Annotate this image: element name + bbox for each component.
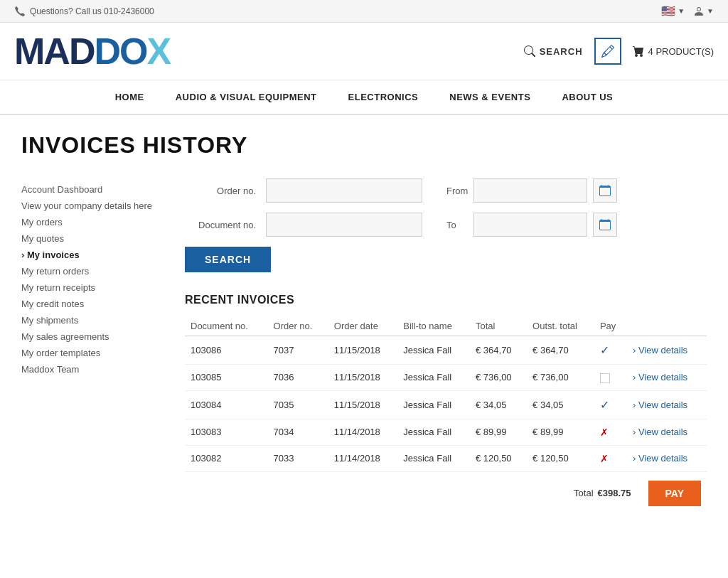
logo-letter-a: A [43, 31, 69, 72]
sidebar-item-company-details[interactable]: View your company details here [21, 198, 164, 214]
pay-cross-icon: ✗ [600, 427, 609, 438]
view-details-link[interactable]: View details [633, 345, 687, 355]
view-details-link[interactable]: View details [633, 400, 687, 410]
sidebar-item-return-receipts[interactable]: My return receipts [21, 279, 164, 296]
sidebar-item-return-orders[interactable]: My return orders [21, 263, 164, 279]
cell-total: € 120,50 [470, 445, 527, 471]
sidebar-item-order-templates[interactable]: My order templates [21, 345, 164, 361]
cell-order-no: 7035 [268, 390, 328, 419]
from-date-group: From [446, 178, 617, 203]
sidebar: Account Dashboard View your company deta… [21, 178, 164, 512]
view-details-link[interactable]: View details [633, 427, 687, 437]
cell-bill-to: Jessica Fall [397, 336, 470, 365]
nav-audio-visual[interactable]: AUDIO & VISUAL EQUIPMENT [160, 80, 333, 114]
nav-news-events[interactable]: NEWS & EVENTS [434, 80, 546, 114]
cell-total: € 736,00 [470, 365, 527, 391]
view-details-link[interactable]: View details [633, 453, 687, 464]
nav-home[interactable]: HOME [100, 80, 160, 114]
top-bar-right: 🇺🇸 ▼ ▼ [661, 4, 714, 18]
cell-view-details[interactable]: View details [627, 445, 707, 471]
pay-empty-checkbox[interactable] [600, 373, 610, 383]
user-menu[interactable]: ▼ [693, 6, 714, 17]
sidebar-item-my-quotes[interactable]: My quotes [21, 230, 164, 247]
logo-letter-x: X [146, 31, 170, 72]
calendar-icon-2 [599, 219, 611, 230]
cell-bill-to: Jessica Fall [397, 365, 470, 391]
cell-order-date: 11/14/2018 [328, 419, 397, 445]
cart-button[interactable]: 4 PRODUCT(S) [633, 46, 714, 57]
order-no-input[interactable] [266, 178, 422, 203]
table-header-row: Document no. Order no. Order date Bill-t… [185, 316, 707, 336]
sidebar-item-credit-notes[interactable]: My credit notes [21, 296, 164, 312]
doc-no-input[interactable] [266, 213, 422, 237]
table-row: 103086 7037 11/15/2018 Jessica Fall € 36… [185, 336, 707, 365]
cell-pay-status: ✓ [594, 390, 627, 419]
cell-order-date: 11/15/2018 [328, 365, 397, 391]
cell-view-details[interactable]: View details [627, 390, 707, 419]
col-doc-no: Document no. [185, 316, 268, 336]
cell-total: € 364,70 [470, 336, 527, 365]
edit-icon [601, 45, 614, 58]
cell-outst-total: € 34,05 [527, 390, 594, 419]
table-row: 103084 7035 11/15/2018 Jessica Fall € 34… [185, 390, 707, 419]
sidebar-item-my-orders[interactable]: My orders [21, 214, 164, 230]
col-order-no: Order no. [268, 316, 328, 336]
cell-view-details[interactable]: View details [627, 365, 707, 391]
sidebar-item-my-invoices[interactable]: My invoices [21, 247, 164, 263]
page-content: INVOICES HISTORY Account Dashboard View … [0, 115, 728, 529]
cart-label: 4 PRODUCT(S) [648, 46, 714, 57]
cell-order-no: 7033 [268, 445, 328, 471]
nav-about-us[interactable]: ABOUT US [546, 80, 628, 114]
invoices-table: Document no. Order no. Order date Bill-t… [185, 316, 707, 472]
cell-total: € 89,99 [470, 419, 527, 445]
cell-pay-status: ✗ [594, 445, 627, 471]
from-date-input[interactable] [473, 178, 587, 203]
logo-letter-d2: D [94, 31, 119, 72]
table-row: 103083 7034 11/14/2018 Jessica Fall € 89… [185, 419, 707, 445]
table-row: 103085 7036 11/15/2018 Jessica Fall € 73… [185, 365, 707, 391]
nav-electronics[interactable]: ELECTRONICS [333, 80, 434, 114]
from-date-calendar-button[interactable] [593, 178, 617, 203]
cell-view-details[interactable]: View details [627, 336, 707, 365]
phone-icon [14, 6, 26, 17]
header-actions: SEARCH 4 PRODUCT(S) [524, 38, 714, 65]
main-layout: Account Dashboard View your company deta… [21, 178, 707, 512]
search-submit-button[interactable]: SEARCH [185, 247, 271, 272]
sidebar-item-maddox-team[interactable]: Maddox Team [21, 361, 164, 378]
logo[interactable]: MADDOX [14, 33, 170, 70]
col-actions [627, 316, 707, 336]
logo-letter-d1: D [69, 31, 95, 72]
phone-text: Questions? Call us 010-2436000 [30, 6, 154, 16]
col-pay: Pay [594, 316, 627, 336]
to-label: To [446, 220, 468, 230]
search-button[interactable]: SEARCH [524, 46, 583, 57]
to-date-calendar-button[interactable] [593, 213, 617, 237]
cell-bill-to: Jessica Fall [397, 445, 470, 471]
total-label: Total [574, 488, 593, 498]
col-outst-total: Outst. total [527, 316, 594, 336]
language-selector[interactable]: 🇺🇸 ▼ [661, 4, 685, 18]
cell-order-date: 11/15/2018 [328, 390, 397, 419]
total-value: €398.75 [598, 488, 631, 498]
search-label: SEARCH [540, 46, 583, 57]
edit-button[interactable] [594, 38, 621, 65]
sidebar-item-sales-agreements[interactable]: My sales agreements [21, 328, 164, 345]
from-label: From [446, 186, 468, 196]
pay-button[interactable]: PAY [648, 481, 701, 506]
sidebar-item-account-dashboard[interactable]: Account Dashboard [21, 181, 164, 198]
view-details-link[interactable]: View details [633, 372, 687, 382]
cell-doc-no: 103086 [185, 336, 268, 365]
user-icon [693, 6, 705, 17]
pay-checked-icon: ✓ [600, 399, 609, 411]
col-order-date: Order date [328, 316, 397, 336]
cell-outst-total: € 89,99 [527, 419, 594, 445]
cell-doc-no: 103084 [185, 390, 268, 419]
cell-outst-total: € 120,50 [527, 445, 594, 471]
cell-view-details[interactable]: View details [627, 419, 707, 445]
logo-letter-m: M [14, 31, 43, 72]
cart-icon [633, 46, 644, 57]
sidebar-item-shipments[interactable]: My shipments [21, 312, 164, 328]
to-date-input[interactable] [473, 213, 587, 237]
cell-total: € 34,05 [470, 390, 527, 419]
recent-invoices-title: RECENT INVOICES [185, 294, 707, 306]
